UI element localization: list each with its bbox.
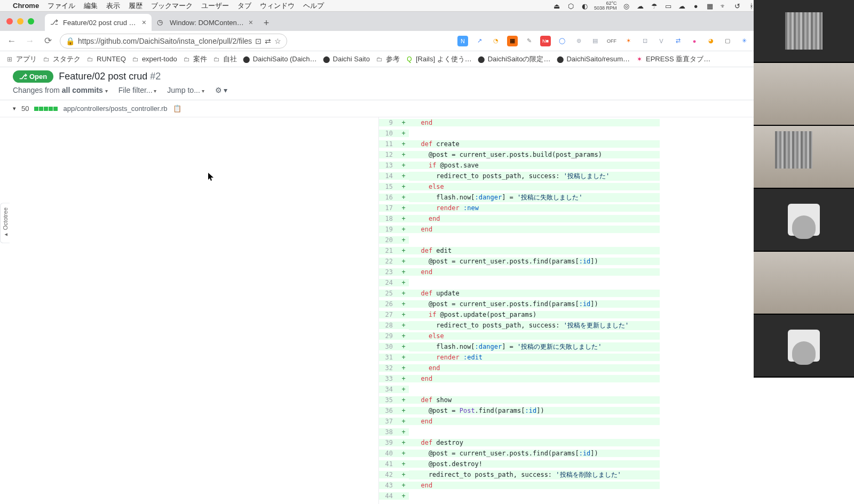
diff-line[interactable]: 33+ end: [379, 373, 660, 384]
ext-icon[interactable]: ◔: [491, 36, 501, 46]
menu-window[interactable]: ウィンドウ: [260, 1, 295, 11]
star-icon[interactable]: ☆: [274, 37, 281, 45]
diff-right-pane[interactable]: 9+ end10+11+ def create12+ @post = curre…: [379, 117, 660, 504]
diff-line[interactable]: 21+ def edit: [379, 245, 660, 256]
reload-button[interactable]: ⟳: [42, 35, 54, 46]
ext-icon[interactable]: ▤: [590, 36, 600, 46]
diff-line[interactable]: 34+: [379, 384, 660, 395]
ext-icon[interactable]: ✶: [623, 36, 634, 46]
diff-line[interactable]: 14+ redirect_to posts_path, success: '投稿…: [379, 171, 660, 181]
back-button[interactable]: ←: [5, 36, 18, 46]
ext-icon[interactable]: ◕: [706, 36, 716, 46]
menu-tab[interactable]: タブ: [238, 1, 251, 11]
cloud-icon[interactable]: ☁: [636, 2, 645, 10]
bookmark[interactable]: 🗀案件: [183, 54, 207, 64]
circle2-icon[interactable]: ◎: [622, 2, 631, 10]
tab-close-icon[interactable]: ×: [249, 18, 253, 27]
bookmark[interactable]: 🗀RUNTEQ: [86, 55, 126, 63]
collapse-icon[interactable]: ▾: [13, 105, 16, 112]
bookmark[interactable]: 🗀スタテク: [42, 54, 81, 64]
diff-line[interactable]: 11+ def create: [379, 139, 660, 149]
ext-icon[interactable]: ◯: [557, 36, 567, 46]
ext-icon[interactable]: ▢: [722, 36, 733, 46]
window-zoom-button[interactable]: [28, 18, 34, 25]
octotree-handle[interactable]: ▸ Octotree: [0, 203, 10, 243]
monitor-icon[interactable]: ▭: [664, 2, 673, 10]
translate-icon[interactable]: ⇄: [265, 37, 271, 45]
browser-tab[interactable]: ◷ Window: DOMContentLoaded ×: [152, 14, 258, 31]
grid-icon[interactable]: ▦: [706, 2, 714, 10]
video-participant[interactable]: [754, 315, 854, 378]
menu-edit[interactable]: 編集: [84, 1, 98, 11]
diff-line[interactable]: 13+ if @post.save: [379, 160, 660, 171]
diff-line[interactable]: 22+ @post = current_user.posts.find(para…: [379, 256, 660, 267]
bookmark[interactable]: ⬤DaichiSaito (Daich…: [242, 55, 317, 63]
diff-line[interactable]: 41+ @post.destroy!: [379, 459, 660, 469]
forward-button[interactable]: →: [23, 36, 36, 46]
cube-icon[interactable]: ⬡: [566, 2, 575, 10]
tab-close-icon[interactable]: ×: [142, 18, 146, 27]
ext-icon[interactable]: V: [656, 36, 667, 46]
dot-icon[interactable]: ●: [692, 2, 700, 10]
diff-line[interactable]: 31+ render :edit: [379, 352, 660, 363]
eject-icon[interactable]: ⏏: [552, 2, 561, 10]
window-minimize-button[interactable]: [17, 18, 23, 25]
ext-icon[interactable]: N■: [540, 36, 551, 46]
diff-line[interactable]: 9+ end: [379, 117, 660, 128]
jump-to-dropdown[interactable]: Jump to...: [167, 86, 204, 94]
menu-history[interactable]: 履歴: [129, 1, 143, 11]
diff-line[interactable]: 20+: [379, 235, 660, 245]
diff-line[interactable]: 36+ @post = Post.find(params[:id]): [379, 405, 660, 416]
ext-icon[interactable]: OFF: [606, 36, 617, 46]
bookmark[interactable]: ⬤DaichiSaito/resum…: [556, 55, 630, 63]
ext-icon[interactable]: ⊚: [573, 36, 584, 46]
diff-line[interactable]: 15+ else: [379, 181, 660, 192]
diff-line[interactable]: 12+ @post = current_user.posts.build(pos…: [379, 149, 660, 160]
diff-line[interactable]: 29+ else: [379, 331, 660, 341]
wifi-icon[interactable]: ᯤ: [719, 2, 728, 10]
diff-line[interactable]: 37+ end: [379, 416, 660, 427]
ext-icon[interactable]: ✎: [524, 36, 534, 46]
bookmark[interactable]: ⊞アプリ: [5, 54, 37, 64]
ext-icon[interactable]: ▦: [507, 36, 518, 46]
ext-icon[interactable]: ✳: [739, 36, 749, 46]
diff-line[interactable]: 19+ end: [379, 224, 660, 235]
file-filter-dropdown[interactable]: File filter...: [118, 86, 157, 94]
diff-line[interactable]: 26+ @post = current_user.posts.find(para…: [379, 299, 660, 309]
video-participant[interactable]: [754, 126, 854, 189]
diff-line[interactable]: 43+ end: [379, 480, 660, 491]
video-participant[interactable]: [754, 189, 854, 252]
menu-users[interactable]: ユーザー: [201, 1, 229, 11]
circle-icon[interactable]: ◐: [580, 2, 589, 10]
diff-line[interactable]: 30+ flash.now[:danger] = '投稿の更新に失敗しました': [379, 341, 660, 352]
menu-file[interactable]: ファイル: [48, 1, 75, 11]
bookmark[interactable]: 🗀参考: [375, 54, 400, 64]
video-participant[interactable]: [754, 63, 854, 126]
menu-view[interactable]: 表示: [106, 1, 120, 11]
new-tab-button[interactable]: +: [258, 15, 274, 31]
diff-file-header[interactable]: ▾ 50 app/controllers/posts_controller.rb…: [0, 100, 854, 117]
diff-settings-icon[interactable]: ⚙ ▾: [215, 86, 228, 94]
diff-line[interactable]: 24+: [379, 277, 660, 288]
diff-line[interactable]: 23+ end: [379, 267, 660, 277]
diff-line[interactable]: 42+ redirect_to posts_path, success: '投稿…: [379, 469, 660, 480]
ext-icon[interactable]: ●: [689, 36, 700, 46]
app-name[interactable]: Chrome: [13, 2, 39, 10]
bookmark[interactable]: ✶EPRESS 垂直タブ…: [635, 54, 710, 64]
diff-line[interactable]: 35+ def show: [379, 395, 660, 405]
bookmark[interactable]: Q[Rails] よく使う…: [405, 54, 472, 64]
diff-line[interactable]: 10+: [379, 128, 660, 139]
chat-icon[interactable]: ☁: [678, 2, 686, 10]
diff-line[interactable]: 28+ redirect_to posts_path, success: '投稿…: [379, 320, 660, 331]
diff-line[interactable]: 39+ def destroy: [379, 437, 660, 448]
address-bar[interactable]: 🔒 https://github.com/DaichiSaito/insta_c…: [60, 34, 287, 49]
video-participant[interactable]: [754, 252, 854, 315]
bookmark[interactable]: 🗀expert-todo: [131, 55, 177, 63]
diff-line[interactable]: 18+ end: [379, 213, 660, 224]
changes-from-dropdown[interactable]: Changes from all commits: [13, 86, 108, 94]
copy-path-icon[interactable]: 📋: [173, 105, 181, 113]
diff-line[interactable]: 32+ end: [379, 363, 660, 373]
diff-line[interactable]: 27+ if @post.update(post_params): [379, 309, 660, 320]
timemachine-icon[interactable]: ↺: [733, 2, 742, 10]
diff-line[interactable]: 38+: [379, 427, 660, 437]
